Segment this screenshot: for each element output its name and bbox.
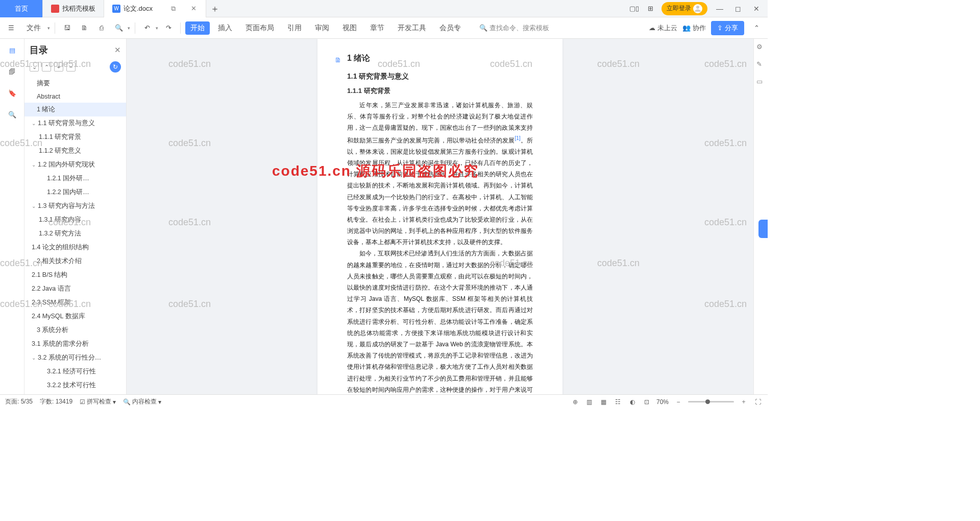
- fullscreen-icon[interactable]: ⛶: [753, 397, 763, 407]
- window-maximize[interactable]: ◻: [732, 3, 744, 15]
- outline-rail-icon[interactable]: ▤: [6, 44, 18, 56]
- cloud-status[interactable]: ☁ 未上云: [649, 23, 677, 33]
- paragraph-1: 近年来，第三产业发展非常迅速，诸如计算机服务、旅游、娱乐、体育等服务行业，对整个…: [347, 100, 533, 248]
- status-page[interactable]: 页面: 5/35: [5, 397, 33, 406]
- bookmark-rail-icon[interactable]: 🔖: [6, 87, 18, 99]
- side-expand-handle[interactable]: [758, 220, 768, 238]
- clipboard-rail-icon[interactable]: 🗐: [6, 65, 18, 78]
- tab-member[interactable]: 会员专: [434, 21, 466, 35]
- outline-item[interactable]: 2.4 MySQL 数据库: [24, 310, 126, 323]
- outline-item[interactable]: 1.4 论文的组织结构: [24, 241, 126, 254]
- template-tab[interactable]: 找稻壳模板: [43, 0, 104, 17]
- outline-item[interactable]: 2 相关技术介绍: [24, 254, 126, 268]
- tab-reference[interactable]: 引用: [282, 21, 307, 35]
- print-preview-icon[interactable]: 🔍: [112, 21, 126, 35]
- outline-item[interactable]: 2.1 B/S 结构: [24, 268, 126, 282]
- status-spellcheck[interactable]: ☑ 拼写检查 ▾: [80, 397, 116, 406]
- document-tab-label: 论文.docx: [124, 4, 153, 13]
- tab-chapter[interactable]: 章节: [365, 21, 389, 35]
- search-rail-icon[interactable]: 🔍: [6, 108, 18, 121]
- document-page: 🗎 1 绪论 1.1 研究背景与意义 1.1.1 研究背景 近年来，第三产业发展…: [317, 39, 562, 394]
- login-button[interactable]: 立即登录: [662, 2, 707, 15]
- home-tab[interactable]: 首页: [0, 0, 43, 17]
- redo-icon[interactable]: ↷: [161, 21, 176, 35]
- outline-list: 摘要Abstract1 绪论⌄1.1 研究背景与意义1.1.1 研究背景1.1.…: [24, 77, 126, 394]
- outline-collapse-all[interactable]: ⌃: [42, 62, 51, 72]
- heading-1: 1 绪论: [347, 53, 533, 64]
- outline-item[interactable]: 1.1.1 研究背景: [24, 130, 126, 144]
- outline-close-icon[interactable]: ✕: [114, 45, 121, 55]
- zoom-in-icon[interactable]: ＋: [739, 397, 748, 407]
- view-outline-icon[interactable]: ☷: [614, 397, 623, 407]
- outline-item[interactable]: 3 系统分析: [24, 323, 126, 337]
- undo-icon[interactable]: ↶: [140, 21, 154, 35]
- outline-item[interactable]: 1.1.2 研究意义: [24, 144, 126, 158]
- focus-mode-icon[interactable]: ◐: [628, 397, 637, 407]
- save-icon[interactable]: 🖫: [60, 21, 74, 35]
- tab-layout[interactable]: 页面布局: [240, 21, 279, 35]
- apps-icon[interactable]: ⊞: [645, 4, 655, 14]
- outline-refresh-icon[interactable]: ↻: [110, 61, 121, 73]
- add-tab-button[interactable]: ＋: [206, 0, 224, 17]
- heading-2: 1.1 研究背景与意义: [347, 72, 533, 81]
- saveas-icon[interactable]: 🗎: [77, 21, 91, 35]
- login-label: 立即登录: [667, 4, 691, 13]
- outline-item[interactable]: ⌄1.2 国内外研究现状: [24, 158, 126, 172]
- tab-start[interactable]: 开始: [185, 21, 210, 35]
- share-button[interactable]: ⇪ 分享: [711, 21, 744, 35]
- tab-close-icon[interactable]: ✕: [189, 5, 198, 13]
- outline-item[interactable]: 3.2.2 技术可行性: [24, 378, 126, 392]
- outline-item[interactable]: ⌄1.3 研究内容与方法: [24, 199, 126, 213]
- view-mode-icon[interactable]: ⊕: [571, 397, 580, 407]
- tab-insert[interactable]: 插入: [213, 21, 237, 35]
- avatar-icon: [693, 4, 702, 13]
- window-minimize[interactable]: —: [714, 3, 726, 15]
- file-menu[interactable]: 文件: [21, 21, 46, 35]
- outline-item[interactable]: ⌄1.1 研究背景与意义: [24, 116, 126, 130]
- template-tab-label: 找稻壳模板: [62, 4, 95, 13]
- outline-item[interactable]: 3.1 系统的需求分析: [24, 337, 126, 351]
- paragraph-2: 如今，互联网技术已经渗透到人们生活的方方面面，大数据占据的越来越重要的地位，在疫…: [347, 248, 533, 394]
- outline-item[interactable]: 1.3.2 研究方法: [24, 227, 126, 241]
- view-web-icon[interactable]: ▦: [599, 397, 608, 407]
- outline-item[interactable]: 2.2 Java 语言: [24, 282, 126, 296]
- tab-popout-icon[interactable]: ⧉: [171, 5, 179, 13]
- tab-review[interactable]: 审阅: [310, 21, 334, 35]
- zoom-slider[interactable]: [688, 401, 734, 402]
- daoke-icon: [51, 5, 59, 13]
- outline-item[interactable]: ⌄3.2 系统的可行性分…: [24, 351, 126, 365]
- command-search[interactable]: 🔍 查找命令、搜索模板: [469, 23, 549, 33]
- layout-icon[interactable]: ▢▯: [629, 4, 639, 14]
- outline-item[interactable]: 1.2.1 国外研…: [24, 172, 126, 185]
- zoom-out-icon[interactable]: −: [674, 397, 683, 407]
- window-close[interactable]: ✕: [750, 3, 763, 15]
- outline-add[interactable]: +: [54, 62, 63, 72]
- outline-item[interactable]: 1 绪论: [24, 103, 126, 116]
- outline-item[interactable]: 1.3.1 研究内容: [24, 213, 126, 227]
- status-contentcheck[interactable]: 🔍 内容检查 ▾: [123, 397, 161, 406]
- outline-expand-all[interactable]: ⌄: [30, 62, 39, 72]
- collab-button[interactable]: 👥 协作: [682, 23, 706, 33]
- outline-item[interactable]: 2.3 SSM 框架: [24, 296, 126, 310]
- outline-item[interactable]: Abstract: [24, 90, 126, 103]
- outline-item[interactable]: 3.2.1 经济可行性: [24, 365, 126, 378]
- word-doc-icon: W: [112, 5, 120, 13]
- hamburger-icon[interactable]: ☰: [4, 21, 18, 35]
- view-page-icon[interactable]: ▥: [585, 397, 594, 407]
- tab-view[interactable]: 视图: [337, 21, 362, 35]
- outline-item[interactable]: 摘要: [24, 77, 126, 90]
- collapse-ribbon-icon[interactable]: ⌃: [749, 21, 764, 35]
- right-rail-select-icon[interactable]: ▭: [756, 78, 766, 87]
- print-icon[interactable]: ⎙: [94, 21, 109, 35]
- tab-devtools[interactable]: 开发工具: [393, 21, 431, 35]
- status-wordcount[interactable]: 字数: 13419: [40, 397, 72, 406]
- right-rail-settings-icon[interactable]: ⚙: [756, 43, 766, 52]
- heading-3a: 1.1.1 研究背景: [347, 86, 533, 96]
- outline-item[interactable]: 1.2.2 国内研…: [24, 185, 126, 199]
- document-tab[interactable]: W 论文.docx ⧉ ✕: [104, 0, 206, 17]
- outline-remove[interactable]: −: [66, 62, 76, 72]
- outline-title: 目录: [30, 44, 114, 56]
- right-rail-style-icon[interactable]: ✎: [756, 60, 766, 69]
- zoom-level[interactable]: 70%: [656, 398, 669, 406]
- zoom-fit-icon[interactable]: ⊡: [642, 397, 651, 407]
